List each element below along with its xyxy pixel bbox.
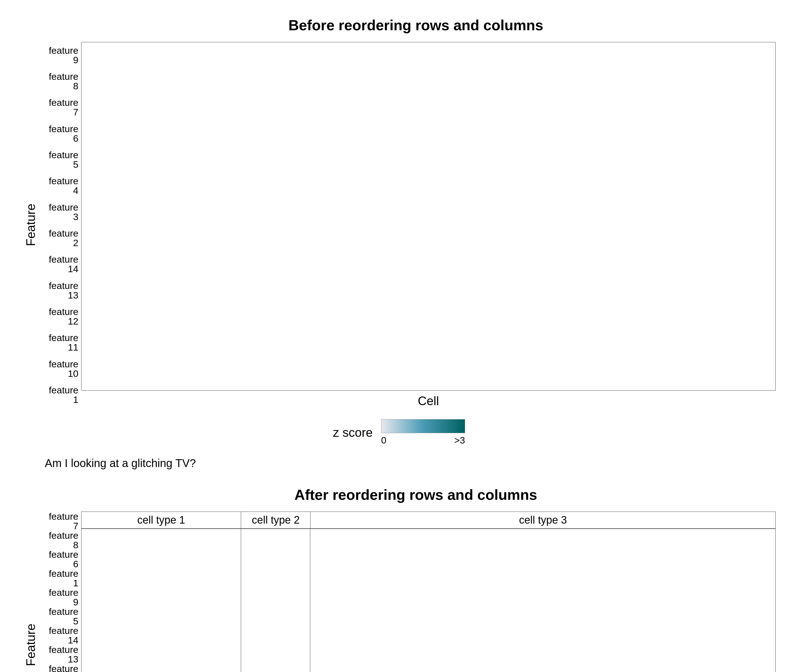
y-label2-feature-1: feature 1 <box>42 570 78 589</box>
y-label2-feature-9: feature 9 <box>42 589 78 608</box>
y-label-feature-6: feature 6 <box>42 124 78 143</box>
chart2-title: After reordering rows and columns <box>56 488 776 504</box>
y-label-feature-10: feature 10 <box>42 360 78 379</box>
y-label-feature-13: feature 13 <box>42 282 78 301</box>
chart1-y-axis-label: Feature <box>22 42 39 410</box>
chart2-canvas-c <box>310 530 775 672</box>
chart1-section: Before reordering rows and columns Featu… <box>22 17 776 471</box>
chart1-canvas <box>82 42 775 392</box>
chart1-container: Feature feature 9feature 8feature 7featu… <box>22 42 776 410</box>
chart2-y-labels: feature 7feature 8feature 6feature 1feat… <box>42 513 78 672</box>
chart2-heatmap-row <box>81 530 776 672</box>
cell-type-1-label: cell type 1 <box>81 513 241 530</box>
legend-min: 0 <box>381 436 386 447</box>
chart2-canvas-b <box>241 530 310 672</box>
y-label-feature-3: feature 3 <box>42 203 78 222</box>
legend-max: >3 <box>454 436 465 447</box>
y-label2-feature-14: feature 14 <box>42 627 78 646</box>
y-label-feature-5: feature 5 <box>42 150 78 170</box>
y-label2-feature-5: feature 5 <box>42 608 78 627</box>
y-label-feature-2: feature 2 <box>42 229 78 248</box>
chart2-canvas-a <box>82 530 241 672</box>
cell-type-2-label: cell type 2 <box>241 513 310 530</box>
chart1-legend-ticks: 0 >3 <box>381 436 465 447</box>
chart2-main: cell type 1 cell type 2 cell type 3 <box>81 513 776 672</box>
cell-type-3-label: cell type 3 <box>310 513 776 530</box>
chart1-legend-bar <box>381 421 465 435</box>
chart1-annotation: Am I looking at a glitching TV? <box>45 458 753 471</box>
chart1-title: Before reordering rows and columns <box>56 17 776 34</box>
cell-type-header-row: cell type 1 cell type 2 cell type 3 <box>81 513 776 530</box>
chart2-y-axis-label: Feature <box>22 513 39 672</box>
chart1-y-labels: feature 9feature 8feature 7feature 6feat… <box>42 42 78 410</box>
chart1-legend: z score 0 >3 <box>22 421 776 447</box>
chart2-section: After reordering rows and columns Featur… <box>22 488 776 672</box>
y-label-feature-12: feature 12 <box>42 308 78 327</box>
y-label-feature-7: feature 7 <box>42 98 78 117</box>
chart2-section3 <box>310 530 776 672</box>
chart1-heatmap <box>81 42 776 392</box>
chart2-container: Feature feature 7feature 8feature 6featu… <box>22 513 776 672</box>
chart2-section1 <box>81 530 241 672</box>
y-label2-feature-7: feature 7 <box>42 513 78 532</box>
y-label-feature-9: feature 9 <box>42 46 78 65</box>
y-label2-feature-12: feature 12 <box>42 665 78 672</box>
chart1-legend-title: z score <box>333 427 373 441</box>
y-label-feature-8: feature 8 <box>42 72 78 91</box>
y-label-feature-1: feature 1 <box>42 387 78 406</box>
y-label-feature-11: feature 11 <box>42 334 78 354</box>
y-label-feature-4: feature 4 <box>42 177 78 196</box>
chart2-section2 <box>241 530 310 672</box>
y-label2-feature-6: feature 6 <box>42 551 78 570</box>
chart1-x-axis-label: Cell <box>81 395 776 410</box>
y-label2-feature-13: feature 13 <box>42 646 78 665</box>
y-label-feature-14: feature 14 <box>42 255 78 274</box>
y-label2-feature-8: feature 8 <box>42 532 78 551</box>
